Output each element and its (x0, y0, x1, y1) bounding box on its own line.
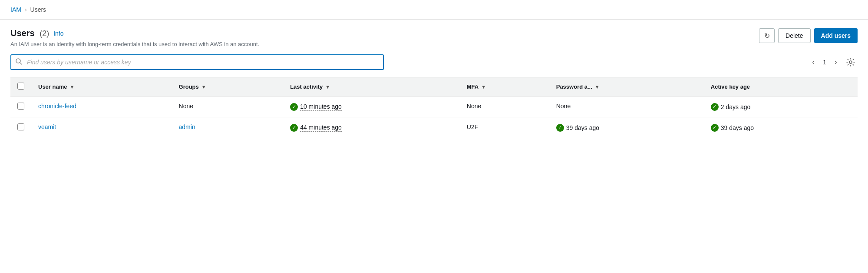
sort-icon-groups: ▼ (201, 84, 206, 90)
groups-cell: admin (172, 117, 284, 138)
password-age-cell: ✓39 days ago (549, 117, 704, 138)
groups-cell: None (172, 97, 284, 117)
delete-button[interactable]: Delete (778, 28, 810, 43)
active-key-age-text: 39 days ago (721, 124, 754, 131)
mfa-cell: None (460, 97, 549, 117)
select-all-header (10, 77, 31, 97)
last-activity-text: 10 minutes ago (300, 103, 342, 111)
username-cell: veamit (31, 117, 172, 138)
sort-icon-username: ▼ (69, 84, 74, 90)
check-icon: ✓ (711, 124, 719, 132)
col-header-password-age[interactable]: Password a... ▼ (549, 77, 704, 97)
last-activity-cell: ✓44 minutes ago (283, 117, 460, 138)
sort-icon-last-activity: ▼ (325, 84, 330, 90)
check-icon: ✓ (556, 124, 564, 132)
check-icon: ✓ (711, 103, 719, 111)
info-link[interactable]: Info (53, 30, 63, 37)
col-header-username[interactable]: User name ▼ (31, 77, 172, 97)
user-link-chronicle-feed[interactable]: chronicle-feed (38, 103, 76, 110)
sort-icon-password-age: ▼ (595, 84, 600, 90)
user-link-veamit[interactable]: veamit (38, 123, 56, 130)
select-all-checkbox[interactable] (17, 83, 24, 90)
subtitle: An IAM user is an identity with long-ter… (10, 41, 259, 47)
svg-point-2 (849, 61, 852, 63)
password-age-text: 39 days ago (566, 124, 599, 131)
user-count: (2) (40, 29, 49, 38)
table-row: veamitadmin✓44 minutes agoU2F✓39 days ag… (10, 117, 858, 138)
breadcrumb-separator: › (25, 6, 27, 13)
title-line: Users (2) Info (10, 28, 259, 38)
main-content: Users (2) Info An IAM user is an identit… (0, 20, 868, 138)
active-key-age-cell: ✓2 days ago (704, 97, 858, 117)
row-1-checkbox[interactable] (17, 123, 24, 130)
col-header-mfa[interactable]: MFA ▼ (460, 77, 549, 97)
add-users-button[interactable]: Add users (814, 28, 858, 43)
table-row: chronicle-feedNone✓10 minutes agoNoneNon… (10, 97, 858, 117)
col-header-last-activity[interactable]: Last activity ▼ (283, 77, 460, 97)
row-checkbox-cell (10, 97, 31, 117)
breadcrumb-current: Users (30, 6, 46, 13)
check-icon: ✓ (290, 124, 298, 132)
search-wrapper (10, 54, 384, 70)
page-title: Users (2) (10, 28, 49, 38)
next-page-button[interactable]: › (830, 56, 842, 68)
table-settings-button[interactable] (844, 55, 858, 69)
row-checkbox-cell (10, 117, 31, 138)
search-input[interactable] (10, 54, 384, 70)
mfa-cell: U2F (460, 117, 549, 138)
sort-icon-mfa: ▼ (481, 84, 486, 90)
active-key-age-text: 2 days ago (721, 103, 751, 110)
page-number: 1 (821, 59, 828, 66)
users-table: User name ▼ Groups ▼ Last activity (10, 77, 858, 138)
refresh-button[interactable]: ↻ (759, 28, 775, 43)
prev-page-button[interactable]: ‹ (807, 56, 819, 68)
last-activity-cell: ✓10 minutes ago (283, 97, 460, 117)
row-0-checkbox[interactable] (17, 103, 24, 110)
last-activity-text: 44 minutes ago (300, 124, 342, 132)
check-icon: ✓ (290, 103, 298, 111)
username-cell: chronicle-feed (31, 97, 172, 117)
title-section: Users (2) Info An IAM user is an identit… (10, 28, 259, 47)
group-link-admin[interactable]: admin (179, 123, 195, 130)
breadcrumb: IAM › Users (0, 0, 868, 20)
breadcrumb-iam[interactable]: IAM (10, 6, 21, 13)
search-row: ‹ 1 › (10, 54, 858, 70)
table-header-row: User name ▼ Groups ▼ Last activity (10, 77, 858, 97)
col-header-active-key-age: Active key age (704, 77, 858, 97)
col-header-groups[interactable]: Groups ▼ (172, 77, 284, 97)
active-key-age-cell: ✓39 days ago (704, 117, 858, 138)
password-age-cell: None (549, 97, 704, 117)
header-row: Users (2) Info An IAM user is an identit… (10, 28, 858, 47)
pagination: ‹ 1 › (807, 55, 858, 69)
action-buttons: ↻ Delete Add users (759, 28, 858, 43)
